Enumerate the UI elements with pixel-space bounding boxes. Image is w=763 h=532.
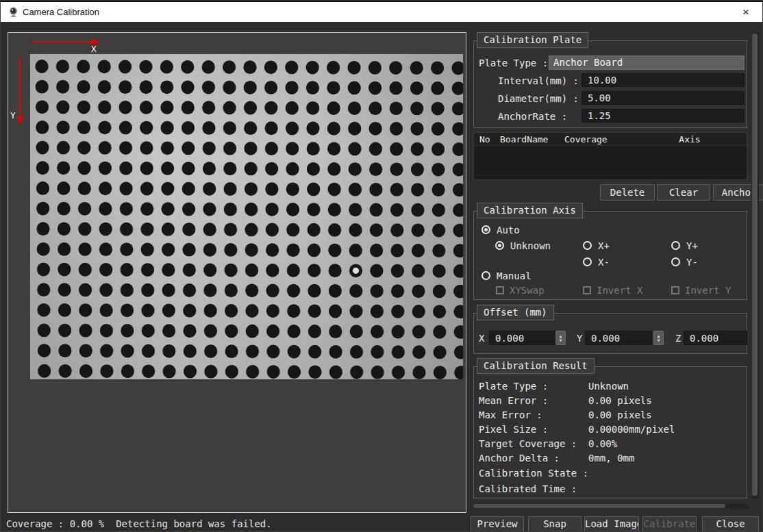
result-row-value: 0.00000mm/pixel xyxy=(588,424,675,435)
checkbox-xyswap[interactable] xyxy=(496,286,504,294)
vertical-scrollbar-thumb[interactable] xyxy=(752,34,758,496)
offset-x-input[interactable] xyxy=(489,331,555,345)
spinner-down-icon: ▼ xyxy=(560,338,562,342)
radio-x-minus-label: X- xyxy=(598,257,610,268)
result-row-value: Unknown xyxy=(588,381,629,392)
preview-button[interactable]: Preview xyxy=(471,516,524,532)
radio-auto-label: Auto xyxy=(497,225,520,236)
checkbox-invert-x-label: Invert X xyxy=(597,285,642,296)
result-row-label: Plate Type : xyxy=(479,381,548,392)
radio-manual-label: Manual xyxy=(497,270,531,281)
x-axis-label: X xyxy=(91,44,97,54)
radio-y-plus-label: Y+ xyxy=(686,240,698,251)
offset-y-label: Y xyxy=(577,333,582,344)
radio-unknown-label: Unknown xyxy=(510,240,551,251)
titlebar: Camera Calibration ✕ xyxy=(1,2,762,22)
titlebar-close-button[interactable]: ✕ xyxy=(732,2,760,22)
checkbox-invert-x[interactable] xyxy=(583,286,591,294)
radio-x-minus[interactable] xyxy=(583,257,592,266)
result-row-label: Anchor Delta : xyxy=(479,453,560,464)
radio-y-minus[interactable] xyxy=(671,257,680,266)
offset-x-spinner[interactable]: ▲ ▼ xyxy=(555,331,566,345)
radio-unknown[interactable] xyxy=(495,241,504,250)
column-header-axis: Axis xyxy=(633,134,747,144)
radio-manual[interactable] xyxy=(481,271,490,280)
radio-y-minus-label: Y- xyxy=(686,257,698,268)
footer-close-button[interactable]: Close xyxy=(702,516,759,532)
offset-z-input[interactable] xyxy=(684,331,747,345)
result-row-value: 0mm, 0mm xyxy=(588,453,634,464)
horizontal-scrollbar-thumb[interactable] xyxy=(473,504,725,508)
checkbox-invert-y[interactable] xyxy=(671,286,679,294)
result-row-label: Target Coverage : xyxy=(479,438,577,449)
checkbox-invert-y-label: Invert Y xyxy=(685,285,731,296)
board-table[interactable]: No BoardName Coverage Axis xyxy=(473,132,747,180)
group-calibration-plate-title: Calibration Plate xyxy=(477,32,588,48)
y-axis-label: Y xyxy=(10,110,16,121)
status-text: Coverage : 0.00 % Detecting board was fa… xyxy=(6,518,272,529)
offset-y-input[interactable] xyxy=(585,331,652,345)
window-title: Camera Calibration xyxy=(23,7,99,17)
board-table-header: No BoardName Coverage Axis xyxy=(474,133,747,146)
radio-x-plus[interactable] xyxy=(583,241,592,250)
result-row-label: Calibration State : xyxy=(479,468,588,479)
webcam-icon xyxy=(8,6,19,18)
close-icon: ✕ xyxy=(742,5,749,18)
column-header-coverage: Coverage xyxy=(564,134,633,144)
group-calibration-result-title: Calibration Result xyxy=(477,358,595,374)
interval-label: Interval(mm) : xyxy=(498,75,579,86)
group-calibration-axis-title: Calibration Axis xyxy=(477,203,583,218)
offset-x-label: X xyxy=(479,333,484,344)
result-row-label: Calibrated Time : xyxy=(479,483,577,494)
offset-y-spinner[interactable]: ▲ ▼ xyxy=(653,331,664,345)
right-panel: Calibration Plate Plate Type : Anchor Bo… xyxy=(471,28,763,532)
interval-input[interactable] xyxy=(581,73,745,87)
result-row-value: 0.00 pixels xyxy=(588,409,652,420)
vertical-scrollbar[interactable] xyxy=(751,32,759,498)
delete-button[interactable]: Delete xyxy=(600,184,655,201)
plate-type-label: Plate Type : xyxy=(479,58,548,68)
calibrate-button[interactable]: Calibrate xyxy=(642,516,697,532)
spinner-down-icon: ▼ xyxy=(658,338,660,342)
image-viewport: X Y xyxy=(8,32,466,513)
group-offset-title: Offset (mm) xyxy=(477,305,554,320)
camera-calibration-window: Camera Calibration ✕ X Y Calibration Pla… xyxy=(0,0,763,532)
plate-type-combo[interactable]: Anchor Board xyxy=(549,55,745,70)
load-image-button[interactable]: Load Image xyxy=(584,516,639,532)
snap-button[interactable]: Snap xyxy=(528,516,581,532)
offset-z-label: Z xyxy=(675,333,681,344)
result-row-label: Max Error : xyxy=(479,409,542,420)
result-row-label: Pixel Size : xyxy=(479,424,548,435)
radio-x-plus-label: X+ xyxy=(598,240,610,251)
horizontal-scrollbar[interactable] xyxy=(473,503,749,509)
clear-button[interactable]: Clear xyxy=(657,184,710,201)
result-row-value: 0.00% xyxy=(588,438,617,449)
result-row-label: Mean Error : xyxy=(479,395,548,406)
radio-auto[interactable] xyxy=(481,225,490,234)
column-header-no: No xyxy=(474,134,500,144)
diameter-label: Diameter(mm) : xyxy=(498,93,579,104)
radio-y-plus[interactable] xyxy=(671,241,680,250)
anchor-rate-input[interactable] xyxy=(581,109,745,123)
result-row-value: 0.00 pixels xyxy=(588,395,652,406)
axis-arrows xyxy=(8,33,125,136)
column-header-boardname: BoardName xyxy=(500,134,564,144)
checkbox-xyswap-label: XYSwap xyxy=(510,285,545,296)
diameter-input[interactable] xyxy=(581,91,745,105)
anchor-rate-label: AnchorRate : xyxy=(498,111,567,122)
